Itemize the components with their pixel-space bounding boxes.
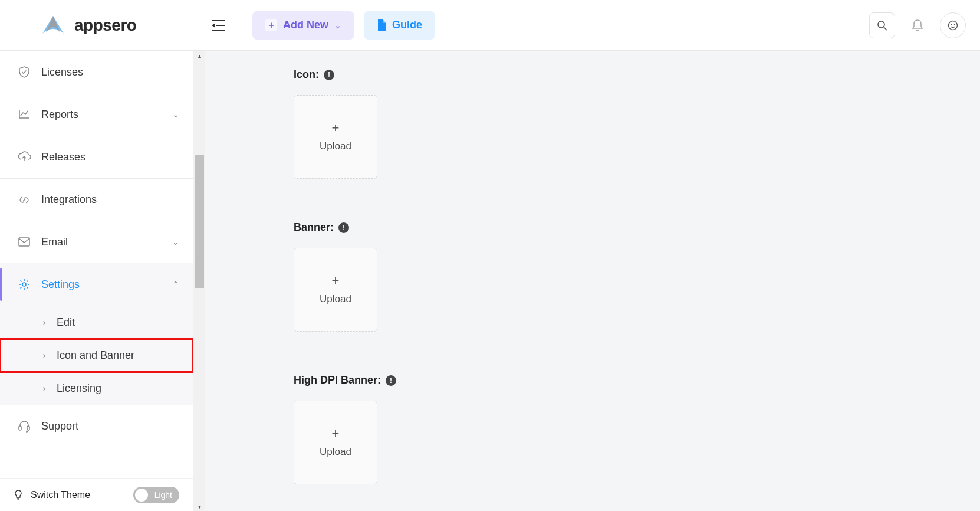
add-new-label: Add New xyxy=(283,19,328,31)
nav-list: Licenses Reports ⌄ Releases xyxy=(0,51,193,478)
banner-upload-box[interactable]: + Upload xyxy=(294,248,377,332)
chevron-down-icon: ⌄ xyxy=(172,110,179,119)
info-icon[interactable]: ! xyxy=(338,222,349,233)
plus-icon: + xyxy=(332,122,340,135)
guide-button[interactable]: Guide xyxy=(364,11,435,40)
shield-icon xyxy=(18,65,31,78)
sidebar-item-label: Support xyxy=(41,420,78,433)
plus-icon: + xyxy=(332,427,340,440)
logo-area: appsero xyxy=(0,0,193,50)
link-icon xyxy=(18,194,31,207)
scroll-down-icon[interactable]: ▾ xyxy=(193,502,205,511)
theme-mode-label: Light xyxy=(154,490,172,500)
sidebar-item-releases[interactable]: Releases xyxy=(0,136,193,178)
header-actions: + Add New ⌄ Guide xyxy=(193,11,980,40)
theme-toggle[interactable]: Light xyxy=(133,487,179,503)
main-content: Icon: ! + Upload Banner: ! + Upload xyxy=(205,51,980,511)
sidebar-item-label: Integrations xyxy=(41,194,97,206)
toggle-knob-icon xyxy=(135,489,148,502)
document-icon xyxy=(377,19,386,31)
sidebar-subitem-icon-and-banner[interactable]: › Icon and Banner xyxy=(0,339,193,372)
upload-label: Upload xyxy=(320,446,351,458)
chevron-down-icon: ⌄ xyxy=(172,237,179,247)
scrollbar-thumb[interactable] xyxy=(195,155,204,288)
svg-point-9 xyxy=(22,283,26,286)
plus-icon: + xyxy=(265,19,277,31)
sidebar-item-label: Reports xyxy=(41,109,78,121)
svg-rect-10 xyxy=(19,426,21,430)
banner-field: Banner: ! + Upload xyxy=(294,221,980,332)
svg-point-7 xyxy=(954,24,955,25)
sidebar-collapse-button[interactable] xyxy=(208,15,229,36)
svg-point-3 xyxy=(878,21,884,28)
brand-logo[interactable]: appsero xyxy=(39,15,136,36)
svg-rect-8 xyxy=(19,238,29,246)
chart-line-icon xyxy=(18,108,31,121)
smile-icon xyxy=(948,20,958,31)
icon-field-label: Icon: xyxy=(294,68,319,81)
sidebar-scrollbar[interactable]: ▴ ▾ xyxy=(193,51,205,511)
sidebar-item-label: Releases xyxy=(41,151,85,163)
feedback-button[interactable] xyxy=(940,12,966,38)
bell-icon xyxy=(912,19,923,32)
headset-icon xyxy=(18,420,31,433)
chevron-right-icon: › xyxy=(40,384,48,393)
search-button[interactable] xyxy=(869,12,895,38)
info-icon[interactable]: ! xyxy=(324,70,334,80)
sidebar-item-integrations[interactable]: Integrations xyxy=(0,178,193,221)
upload-label: Upload xyxy=(320,140,351,152)
mail-icon xyxy=(18,235,31,248)
upload-label: Upload xyxy=(320,293,351,305)
chevron-up-icon: ⌃ xyxy=(172,280,179,289)
sidebar-subitem-licensing[interactable]: › Licensing xyxy=(0,372,193,405)
svg-rect-11 xyxy=(27,426,29,430)
sidebar-subitem-label: Edit xyxy=(57,316,75,329)
sidebar-subitem-label: Licensing xyxy=(57,382,101,395)
svg-point-6 xyxy=(951,24,952,25)
chevron-right-icon: › xyxy=(40,317,48,327)
brand-name: appsero xyxy=(74,16,136,35)
switch-theme-label: Switch Theme xyxy=(31,490,90,500)
sidebar-item-label: Email xyxy=(41,236,68,248)
search-icon xyxy=(877,20,887,31)
sidebar: Licenses Reports ⌄ Releases xyxy=(0,51,205,511)
banner-field-label: Banner: xyxy=(294,221,334,234)
guide-label: Guide xyxy=(392,19,422,31)
app-header: appsero + Add New ⌄ Guide xyxy=(0,0,980,51)
logo-mark-icon xyxy=(39,15,67,36)
menu-fold-icon xyxy=(212,19,225,31)
chevron-right-icon: › xyxy=(40,351,48,360)
icon-field: Icon: ! + Upload xyxy=(294,68,980,179)
high-dpi-banner-field: High DPI Banner: ! + Upload xyxy=(294,374,980,484)
svg-point-5 xyxy=(949,21,958,30)
sidebar-item-reports[interactable]: Reports ⌄ xyxy=(0,93,193,136)
scroll-up-icon[interactable]: ▴ xyxy=(193,51,205,60)
notifications-button[interactable] xyxy=(905,12,930,38)
sidebar-item-licenses[interactable]: Licenses xyxy=(0,51,193,93)
cloud-upload-icon xyxy=(18,150,31,163)
sidebar-item-email[interactable]: Email ⌄ xyxy=(0,221,193,263)
info-icon[interactable]: ! xyxy=(386,375,396,386)
sidebar-subitem-label: Icon and Banner xyxy=(57,349,134,362)
high-dpi-upload-box[interactable]: + Upload xyxy=(294,401,377,484)
svg-line-4 xyxy=(884,27,887,30)
chevron-down-icon: ⌄ xyxy=(334,21,341,30)
sidebar-footer: Switch Theme Light xyxy=(0,478,193,511)
plus-icon: + xyxy=(332,274,340,287)
sidebar-section-settings: Settings ⌃ › Edit › Icon and Banner › Li… xyxy=(0,263,193,405)
sidebar-item-settings[interactable]: Settings ⌃ xyxy=(0,263,193,306)
high-dpi-field-label: High DPI Banner: xyxy=(294,374,381,386)
lightbulb-icon xyxy=(13,490,24,500)
sidebar-subitem-edit[interactable]: › Edit xyxy=(0,306,193,339)
add-new-button[interactable]: + Add New ⌄ xyxy=(252,11,354,40)
gear-icon xyxy=(18,278,31,291)
sidebar-item-label: Licenses xyxy=(41,66,83,78)
sidebar-item-label: Settings xyxy=(41,279,80,291)
sidebar-item-support[interactable]: Support xyxy=(0,405,193,447)
icon-upload-box[interactable]: + Upload xyxy=(294,95,377,179)
